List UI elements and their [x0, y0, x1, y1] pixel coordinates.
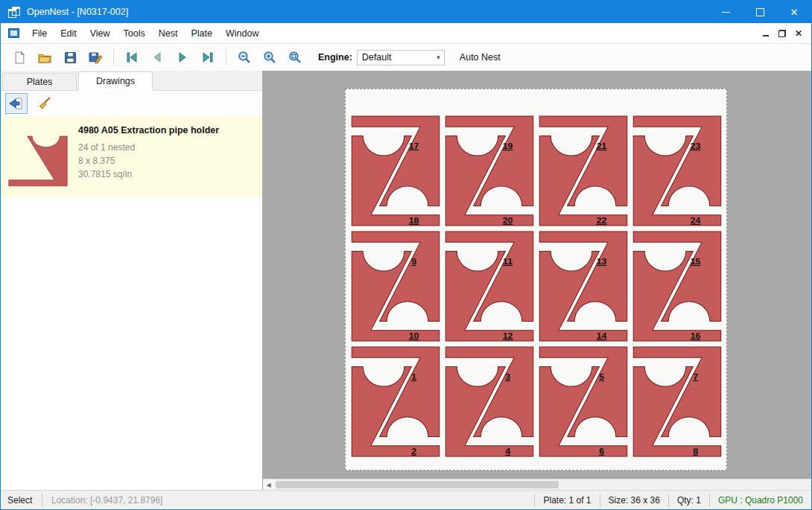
nesting-canvas[interactable]: 171819202122232491011121314151612345678 …	[263, 71, 811, 490]
part-number: 6	[599, 446, 604, 456]
close-button[interactable]: ✕	[777, 1, 811, 23]
nest-cell[interactable]: 12	[349, 344, 443, 459]
part-number: 15	[691, 256, 701, 267]
app-icon	[8, 7, 20, 17]
last-arrow-icon	[201, 51, 215, 63]
menu-file[interactable]: File	[25, 25, 54, 42]
save-floppy-icon	[64, 51, 77, 64]
status-mode: Select	[1, 495, 42, 506]
nest-cell[interactable]: 1314	[536, 229, 630, 344]
horizontal-scrollbar[interactable]: ◀	[263, 479, 811, 490]
part-number: 17	[409, 141, 419, 151]
nest-cell[interactable]: 1718	[349, 113, 443, 229]
menu-window[interactable]: Window	[219, 25, 265, 42]
status-plate: Plate: 1 of 1	[535, 495, 599, 506]
clean-button[interactable]	[34, 93, 56, 114]
maximize-button[interactable]	[743, 1, 777, 23]
zoom-out-button[interactable]	[232, 45, 257, 69]
new-document-icon	[13, 51, 26, 64]
nest-cell[interactable]: 34	[443, 344, 536, 459]
nest-cell[interactable]: 56	[536, 344, 630, 459]
nest-cell[interactable]: 910	[349, 229, 443, 344]
nest-cell[interactable]: 2122	[536, 113, 630, 229]
next-plate-button[interactable]	[170, 45, 195, 69]
status-location: Location: [-0.9437, 21.8796]	[42, 495, 171, 506]
menu-edit[interactable]: Edit	[54, 25, 83, 42]
part-size: 8 x 8.375	[78, 154, 219, 168]
zoom-in-button[interactable]	[257, 45, 282, 69]
scrollbar-thumb[interactable]	[276, 481, 559, 488]
part-number: 22	[597, 215, 607, 226]
tab-drawings[interactable]: Drawings	[78, 71, 153, 91]
nest-cell[interactable]: 78	[630, 344, 724, 459]
zoom-fit-icon	[288, 51, 302, 64]
tab-plates[interactable]: Plates	[2, 73, 77, 90]
drawing-list-item[interactable]: 4980 A05 Extraction pipe holder 24 of 1 …	[1, 116, 262, 197]
part-number: 21	[597, 141, 607, 151]
open-button[interactable]	[32, 45, 57, 69]
nest-cell[interactable]: 2324	[630, 113, 724, 229]
part-number: 18	[409, 215, 419, 226]
mdi-close-icon: ✕	[795, 28, 802, 39]
zoom-in-icon	[263, 51, 276, 64]
window-title: OpenNest - [N0317-002]	[27, 7, 708, 17]
sidebar: Plates Drawings	[1, 71, 263, 490]
engine-label: Engine:	[318, 52, 352, 63]
blue-arrow-left-icon	[9, 97, 24, 110]
part-number: 24	[691, 215, 701, 226]
menu-tools[interactable]: Tools	[117, 25, 152, 42]
open-folder-icon	[38, 51, 51, 64]
save-as-button[interactable]	[83, 45, 108, 69]
nest-cell[interactable]: 1112	[443, 229, 536, 344]
part-number: 4	[505, 446, 510, 456]
mdi-minimize-icon	[763, 35, 769, 36]
mdi-restore-icon	[778, 30, 786, 37]
part-number: 7	[693, 372, 698, 382]
minimize-button[interactable]	[708, 1, 743, 23]
app-window: OpenNest - [N0317-002] ✕ File Edit View …	[0, 0, 812, 510]
status-gpu: GPU : Quadro P1000	[710, 495, 811, 506]
minimize-icon	[722, 12, 730, 13]
part-number: 12	[503, 331, 513, 341]
zoom-out-icon	[238, 51, 251, 64]
send-to-plate-button[interactable]	[5, 93, 28, 114]
mdi-close-button[interactable]: ✕	[790, 26, 807, 41]
next-arrow-icon	[176, 51, 189, 63]
save-button[interactable]	[57, 45, 83, 69]
part-number: 20	[503, 215, 513, 226]
part-number: 23	[691, 141, 701, 151]
part-number: 16	[691, 331, 701, 341]
plate-sheet[interactable]: 171819202122232491011121314151612345678	[345, 89, 727, 471]
zoom-fit-button[interactable]	[282, 45, 308, 69]
menu-view[interactable]: View	[83, 25, 117, 42]
first-plate-button[interactable]	[119, 45, 145, 69]
part-number: 19	[503, 141, 513, 151]
part-number: 2	[411, 446, 416, 456]
menu-nest[interactable]: Nest	[152, 25, 185, 42]
part-number: 13	[597, 256, 607, 267]
close-icon: ✕	[790, 7, 799, 17]
mdi-restore-button[interactable]	[774, 26, 790, 41]
previous-plate-button[interactable]	[145, 45, 170, 69]
last-plate-button[interactable]	[195, 45, 221, 69]
engine-select[interactable]: Default ▾	[357, 50, 445, 66]
first-arrow-icon	[125, 51, 139, 63]
maximize-icon	[756, 8, 764, 16]
nest-grid: 171819202122232491011121314151612345678	[349, 113, 724, 459]
menu-plate[interactable]: Plate	[184, 25, 219, 42]
scroll-left-icon[interactable]: ◀	[263, 479, 274, 490]
auto-nest-button[interactable]: Auto Nest	[460, 52, 501, 63]
save-edit-icon	[89, 51, 102, 64]
part-number: 14	[597, 331, 607, 341]
mdi-minimize-button[interactable]	[758, 26, 774, 41]
part-area: 30.7815 sq/in	[78, 168, 219, 181]
previous-arrow-icon	[150, 51, 164, 63]
status-size: Size: 36 x 36	[600, 495, 668, 506]
nest-cell[interactable]: 1920	[443, 113, 536, 229]
part-number: 1	[411, 372, 416, 382]
title-bar: OpenNest - [N0317-002] ✕	[1, 1, 811, 23]
part-title: 4980 A05 Extraction pipe holder	[78, 125, 219, 136]
document-icon[interactable]	[8, 28, 19, 38]
new-button[interactable]	[7, 45, 32, 69]
nest-cell[interactable]: 1516	[630, 229, 724, 344]
